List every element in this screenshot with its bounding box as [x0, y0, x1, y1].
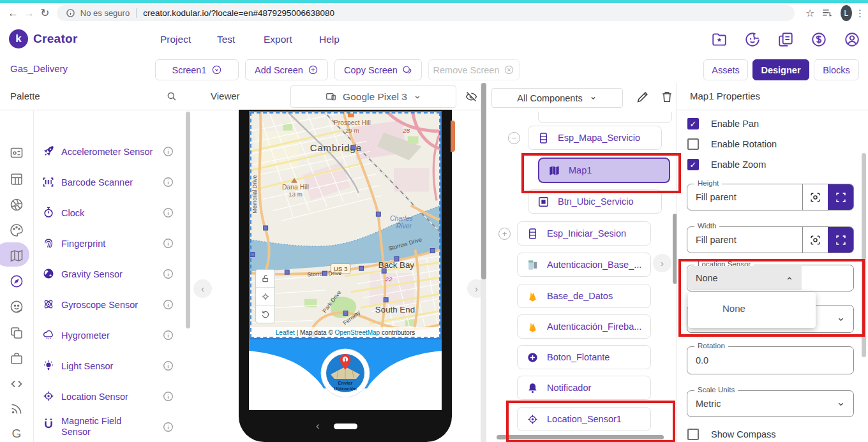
remove-screen-button[interactable]: Remove Screen: [428, 59, 520, 80]
browser-menu-icon[interactable]: ⋮: [852, 8, 868, 19]
info-icon[interactable]: [163, 391, 174, 402]
rotation-field[interactable]: Rotation 0.0: [687, 346, 854, 374]
height-field[interactable]: Height Fill parent: [687, 184, 854, 210]
scale-units-field[interactable]: Scale Units Metric: [687, 390, 854, 417]
account-icon[interactable]: [844, 31, 860, 48]
map-reset-rotation-button[interactable]: [256, 306, 274, 323]
browser-back-button[interactable]: ←: [5, 7, 21, 20]
category-connectivity-icon[interactable]: [9, 376, 24, 392]
blocks-tab-button[interactable]: Blocks: [814, 59, 859, 80]
palette-item-fingerprint[interactable]: Fingerprint: [61, 239, 105, 249]
menu-test[interactable]: Test: [217, 34, 235, 45]
info-icon[interactable]: [163, 330, 174, 341]
enable-rotation-checkbox[interactable]: [687, 138, 699, 150]
phone-back-icon[interactable]: ‹: [316, 420, 320, 432]
palette-item-light[interactable]: Light Sensor: [61, 361, 113, 372]
map-locate-button[interactable]: [256, 288, 274, 306]
component-map1[interactable]: Map1: [538, 158, 670, 183]
info-icon[interactable]: [163, 146, 174, 157]
rename-component-icon[interactable]: [636, 90, 650, 104]
height-fill-parent-button[interactable]: [828, 184, 853, 210]
osm-link[interactable]: OpenStreetMap: [335, 329, 380, 336]
add-screen-button[interactable]: Add Screen: [245, 59, 328, 80]
enable-zoom-checkbox[interactable]: [687, 159, 699, 170]
designer-tab-button[interactable]: Designer: [752, 59, 809, 80]
community-sticker-icon[interactable]: [744, 31, 761, 48]
category-google-icon[interactable]: G: [9, 427, 24, 442]
info-icon[interactable]: [163, 422, 174, 432]
category-utilities-icon[interactable]: [9, 351, 24, 366]
info-icon[interactable]: [163, 299, 174, 310]
assets-button[interactable]: Assets: [703, 59, 748, 80]
component-notificador[interactable]: Notificador: [517, 376, 651, 400]
device-select[interactable]: Google Pixel 3: [290, 85, 456, 108]
phone-home-pill[interactable]: [334, 424, 357, 429]
properties-scrollbar[interactable]: [862, 153, 866, 357]
project-folder-icon[interactable]: [711, 31, 728, 48]
pages-icon[interactable]: [777, 31, 794, 48]
palette-item-gravity[interactable]: Gravity Sensor: [61, 269, 123, 280]
browser-profile-avatar[interactable]: L: [841, 5, 852, 21]
menu-project[interactable]: Project: [160, 34, 191, 45]
collapse-esp-mapa-icon[interactable]: −: [508, 132, 520, 144]
bookmark-star-icon[interactable]: ☆: [802, 7, 818, 19]
palette-item-location[interactable]: Location Sensor: [61, 392, 128, 402]
component-esp-mapa-servicio[interactable]: Esp_Mapa_Servicio: [528, 126, 662, 150]
menu-help[interactable]: Help: [319, 34, 340, 45]
category-layout-icon[interactable]: [9, 172, 24, 187]
location-sensor-field[interactable]: Location Sensor None: [687, 265, 854, 291]
expand-components-chevron[interactable]: ›: [653, 254, 671, 272]
component-autenticacion-base[interactable]: Autenticacion_Base_...: [517, 253, 651, 277]
palette-item-magnetic[interactable]: Magnetic Field Sensor: [61, 416, 144, 437]
width-fill-parent-button[interactable]: [828, 227, 853, 253]
expand-esp-iniciar-icon[interactable]: +: [498, 228, 511, 240]
dropdown-option-none[interactable]: None: [688, 292, 816, 314]
palette-item-barcode[interactable]: Barcode Scanner: [61, 177, 133, 188]
collapse-palette-chevron[interactable]: ‹: [193, 279, 212, 298]
show-compass-checkbox[interactable]: [687, 429, 699, 440]
kodular-logo[interactable]: k: [9, 29, 28, 48]
category-social-icon[interactable]: [9, 299, 24, 314]
component-esp-iniciar-sesion[interactable]: Esp_Iniciar_Sesion: [517, 221, 651, 246]
reading-list-icon[interactable]: [821, 7, 833, 19]
browser-forward-button[interactable]: →: [21, 7, 37, 20]
category-sensors-icon[interactable]: [9, 274, 24, 289]
palette-item-hygrometer[interactable]: Hygrometer: [61, 330, 110, 341]
palette-item-gyroscope[interactable]: Gyroscope Sensor: [61, 300, 138, 311]
map-component[interactable]: US 3 Cambridge Prospect Hill 29 m Dana H…: [249, 111, 442, 339]
component-location-sensor1[interactable]: Location_Sensor1: [517, 407, 651, 431]
palette-search-icon[interactable]: [166, 91, 177, 102]
monetize-icon[interactable]: [811, 31, 827, 48]
info-icon[interactable]: [163, 207, 174, 218]
category-maps-icon[interactable]: [9, 248, 24, 263]
leaflet-link[interactable]: Leaflet: [276, 329, 295, 336]
width-automatic-button[interactable]: [802, 227, 828, 253]
delete-component-icon[interactable]: [660, 90, 674, 104]
copy-screen-button[interactable]: Copy Screen: [334, 59, 422, 80]
address-bar[interactable]: No es seguro creator.kodular.io/?locale=…: [57, 5, 795, 21]
component-boton-flotante[interactable]: Boton_Flotante: [517, 345, 651, 369]
screen-select-button[interactable]: Screen1: [155, 59, 239, 80]
component-base-de-datos[interactable]: Base_de_Datos: [517, 284, 651, 308]
palette-item-clock[interactable]: Clock: [61, 208, 84, 219]
category-media-icon[interactable]: [9, 197, 24, 212]
component-btn-ubic-servicio[interactable]: Btn_Ubic_Servicio: [528, 189, 662, 214]
info-icon[interactable]: [163, 360, 174, 371]
palette-item-accelerometer[interactable]: Accelerometer Sensor: [61, 147, 153, 158]
width-field[interactable]: Width Fill parent: [687, 226, 854, 253]
component-autenticacion-firebase[interactable]: Autenticación_Fireba...: [517, 314, 651, 339]
components-filter-select[interactable]: All Components: [491, 88, 623, 108]
info-icon[interactable]: [163, 238, 174, 249]
category-storage-icon[interactable]: [9, 325, 24, 341]
browser-reload-button[interactable]: ↻: [37, 6, 53, 20]
category-lego-icon[interactable]: [9, 401, 24, 416]
height-automatic-button[interactable]: [802, 184, 828, 210]
enable-pan-checkbox[interactable]: [687, 118, 699, 129]
info-icon[interactable]: [163, 269, 174, 279]
palette-scrollbar[interactable]: [186, 112, 190, 328]
components-hscrollbar[interactable]: [497, 435, 664, 439]
location-sensor-combobox[interactable]: None: [688, 266, 802, 290]
category-drawing-icon[interactable]: [9, 223, 24, 238]
menu-export[interactable]: Export: [264, 34, 292, 45]
viewer-scrollbar-thumb[interactable]: [481, 83, 486, 279]
